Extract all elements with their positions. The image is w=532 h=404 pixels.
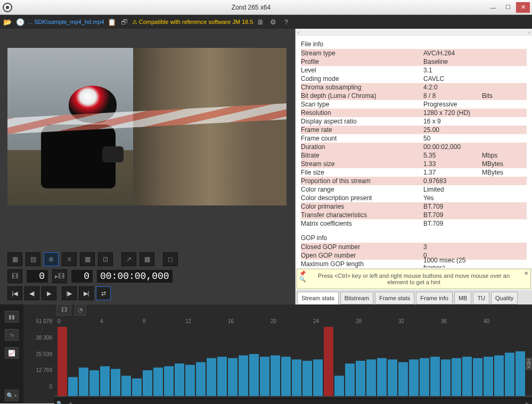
scroll-top[interactable]: ‹›	[296, 29, 532, 36]
info-row: Color description presentYes	[301, 194, 527, 202]
file-path[interactable]: ... SDK\sample_mp4_hd.mp4	[28, 19, 104, 25]
mode-9-icon[interactable]: ◻	[163, 252, 178, 266]
svg-rect-8	[89, 370, 99, 396]
svg-rect-22	[239, 356, 248, 396]
hint-close-icon[interactable]: ✕	[524, 270, 528, 276]
frame-counter[interactable]: 0	[27, 270, 48, 283]
info-label: Duration	[301, 143, 423, 151]
hex-tab[interactable]: HEX	[526, 358, 532, 370]
svg-rect-12	[132, 378, 142, 396]
close-button[interactable]: ✕	[516, 2, 530, 13]
svg-rect-5	[58, 327, 67, 396]
info-row: Matrix coefficientsBT.709	[301, 219, 527, 228]
prev-frame-button[interactable]: ◀|	[24, 286, 39, 300]
mode-7-icon[interactable]: ↗	[121, 252, 136, 266]
wave-chart-icon[interactable]: ∿	[5, 329, 19, 341]
video-frame[interactable]	[7, 48, 287, 205]
svg-rect-31	[334, 376, 344, 396]
svg-rect-9	[100, 366, 110, 396]
mode-2-icon[interactable]: ▤	[26, 252, 40, 266]
mode-1-icon[interactable]: ▦	[7, 252, 22, 266]
frame-input2-icon[interactable]: ▸🎞	[52, 269, 67, 283]
mode-4-icon[interactable]: ≡	[62, 252, 77, 266]
tab-tu[interactable]: TU	[473, 292, 489, 304]
warning-icon: ⚠	[132, 19, 137, 26]
mode-5-icon[interactable]: ▦	[80, 252, 95, 266]
tab-frame-stats[interactable]: Frame stats	[375, 292, 414, 304]
maximize-button[interactable]: ☐	[501, 2, 515, 13]
line-chart-icon[interactable]: 📈	[5, 347, 19, 359]
svg-point-1	[6, 6, 9, 9]
info-value: 00:00:02,000	[423, 143, 482, 151]
export-icon[interactable]: 🗎	[255, 17, 266, 27]
file-info-header: File info	[301, 39, 527, 49]
info-row: Open GOP number0	[301, 251, 527, 260]
info-row: Resolution1280 x 720 (HD)	[301, 109, 527, 117]
info-value: 3	[423, 243, 482, 251]
svg-rect-11	[121, 376, 131, 396]
timeline-scrollbar[interactable]: 🔍- ◀▶	[54, 398, 532, 404]
timeline-strip-icon[interactable]: 🎞	[56, 304, 71, 316]
bitrate-chart[interactable]	[54, 327, 532, 398]
info-row: Scan typeProgressive	[301, 100, 527, 109]
mode-3-icon[interactable]: ⊛	[44, 252, 59, 266]
info-label: Frame count	[301, 135, 423, 142]
next-frame-button[interactable]: |▶	[62, 286, 77, 300]
last-frame-button[interactable]: ▶|	[79, 286, 94, 300]
timecode[interactable]: 00:00:00,000	[97, 270, 173, 283]
mode-6-icon[interactable]: ⊡	[98, 252, 113, 266]
help-icon[interactable]: ?	[281, 17, 291, 27]
info-label: Bitrate	[301, 152, 423, 159]
loop-button[interactable]: ⇄	[96, 286, 111, 300]
info-value: 16 x 9	[423, 118, 482, 125]
new-window-icon[interactable]: 🗗	[119, 17, 130, 27]
info-row: Coding modeCAVLC	[301, 75, 527, 83]
svg-rect-28	[302, 361, 312, 396]
info-value: 4:2:0	[423, 84, 482, 91]
play-button[interactable]: ▶	[42, 286, 56, 300]
zoom-in-icon[interactable]: 🔍+	[5, 390, 19, 401]
svg-rect-6	[68, 377, 78, 396]
info-label: File size	[301, 169, 423, 176]
info-row: Stream size1.33MBytes	[301, 160, 527, 168]
tab-quality[interactable]: Quality	[491, 292, 518, 304]
recent-icon[interactable]: 🕓	[15, 17, 26, 27]
info-value: BT.709	[423, 211, 482, 219]
timeline-side-icons: ▮▮ ∿ 📈 🔍+	[0, 304, 23, 403]
minimize-button[interactable]: —	[486, 2, 500, 13]
svg-rect-40	[430, 357, 440, 396]
zoom-out-icon[interactable]: 🔍-	[56, 401, 64, 404]
info-row: Frame rate25.00	[301, 126, 527, 134]
info-label: Open GOP number	[301, 252, 423, 259]
tab-mb[interactable]: MB	[454, 292, 472, 304]
svg-rect-37	[398, 362, 408, 396]
tab-bitstream[interactable]: Bitstream	[340, 292, 373, 304]
first-frame-button[interactable]: |◀	[7, 286, 22, 300]
pin-icon[interactable]: 📌🔍	[299, 270, 306, 282]
info-label: Profile	[301, 58, 423, 65]
info-value: 1.37	[423, 169, 482, 176]
file-info-panel[interactable]: File info Stream typeAVC/H.264ProfileBas…	[296, 36, 532, 268]
settings-icon[interactable]: ⚙	[268, 17, 279, 27]
tab-frame-info[interactable]: Frame info	[416, 292, 453, 304]
frame-input-icon[interactable]: 🎞	[7, 269, 22, 283]
info-row: Duration00:00:02,000	[301, 143, 527, 151]
svg-rect-15	[164, 366, 174, 396]
chart-area[interactable]: 🎞 ◔ 0481216202428323640 🔍- ◀▶	[54, 304, 532, 403]
chart-y-axis: 51 07838 30825 53912 7690	[23, 304, 54, 403]
folder-open-icon[interactable]: 📂	[2, 17, 13, 27]
svg-rect-14	[153, 368, 163, 396]
copy-icon[interactable]: 📋	[107, 17, 117, 27]
bar-chart-icon[interactable]: ▮▮	[5, 311, 19, 323]
mode-8-icon[interactable]: ▩	[140, 252, 154, 266]
info-row: Color primariesBT.709	[301, 202, 527, 211]
frame-counter-2[interactable]: 0	[71, 270, 93, 283]
info-value: Baseline	[423, 58, 482, 65]
tab-stream-stats[interactable]: Stream stats	[297, 292, 339, 304]
timeline-clock-icon[interactable]: ◔	[75, 304, 86, 316]
info-label: Level	[301, 67, 423, 74]
info-row: Frame count50	[301, 134, 527, 143]
svg-rect-41	[441, 359, 451, 396]
svg-rect-23	[249, 354, 259, 396]
svg-rect-34	[366, 359, 376, 396]
